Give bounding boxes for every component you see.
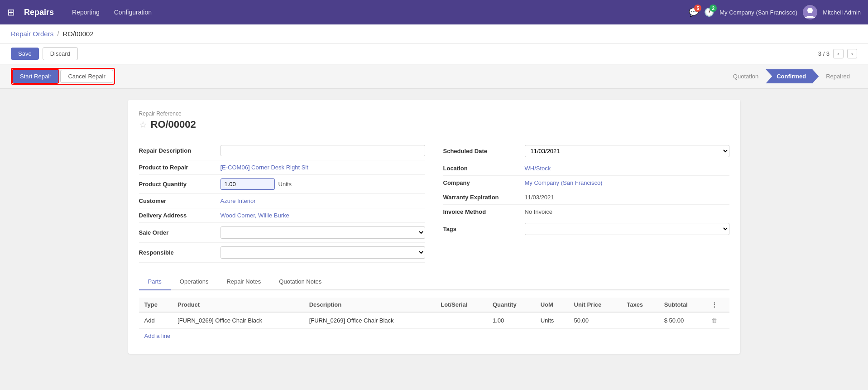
breadcrumb: Repair Orders / RO/00002 [0, 24, 868, 43]
label-product-quantity: Product Quantity [139, 181, 221, 188]
tab-parts[interactable]: Parts [139, 274, 171, 290]
label-sale-order: Sale Order [139, 229, 221, 236]
step-repaired[interactable]: Repaired [819, 69, 857, 83]
field-product-quantity: Product Quantity Units [139, 175, 425, 194]
label-invoice-method: Invoice Method [443, 208, 525, 215]
table-row: Add [FURN_0269] Office Chair Black [FURN… [139, 312, 729, 329]
step-confirmed-wrapper: Confirmed [766, 69, 819, 83]
notifications-badge: 5 [694, 5, 701, 12]
nav-reporting[interactable]: Reporting [68, 7, 103, 18]
field-customer: Customer Azure Interior [139, 194, 425, 208]
action-bar: Save Discard 3 / 3 ‹ › [0, 43, 868, 64]
next-button[interactable]: › [847, 49, 857, 58]
field-sale-order: Sale Order [139, 223, 425, 243]
repair-id: RO/00002 [151, 119, 196, 130]
field-scheduled-date: Scheduled Date 11/03/2021 [443, 141, 729, 161]
field-repair-description: Repair Description [139, 141, 425, 160]
step-quotation[interactable]: Quotation [726, 69, 766, 83]
pagination-count: 3 / 3 [818, 50, 830, 57]
select-scheduled-date[interactable]: 11/03/2021 [525, 145, 729, 157]
value-location[interactable]: WH/Stock [525, 165, 729, 172]
col-type: Type [139, 298, 173, 312]
tab-quotation-notes[interactable]: Quotation Notes [270, 274, 331, 290]
status-bar: Start Repair Cancel Repair Quotation Con… [0, 64, 868, 89]
value-customer[interactable]: Azure Interior [221, 197, 425, 204]
repair-reference-label: Repair Reference [139, 111, 729, 117]
cell-subtotal: $ 50.00 [659, 312, 706, 329]
save-button[interactable]: Save [11, 48, 39, 60]
select-responsible[interactable] [221, 246, 425, 259]
repair-title: ☆ RO/00002 [139, 119, 729, 130]
value-company[interactable]: My Company (San Francisco) [525, 179, 729, 186]
app-grid-icon[interactable]: ⊞ [7, 7, 15, 18]
form-right-column: Scheduled Date 11/03/2021 Location WH/St… [443, 141, 729, 263]
nav-icons-group: 💬 5 🕐 2 My Company (San Francisco) Mitch… [689, 5, 861, 19]
label-delivery-address: Delivery Address [139, 212, 221, 219]
label-responsible: Responsible [139, 249, 221, 256]
input-product-quantity[interactable] [221, 178, 275, 190]
field-tags: Tags [443, 219, 729, 239]
select-sale-order[interactable] [221, 226, 425, 239]
pagination: 3 / 3 ‹ › [818, 49, 857, 58]
field-responsible: Responsible [139, 243, 425, 263]
form-left-column: Repair Description Product to Repair [E-… [139, 141, 425, 263]
nav-configuration[interactable]: Configuration [110, 7, 155, 18]
col-uom: UoM [535, 298, 569, 312]
select-tags[interactable] [525, 223, 729, 235]
col-taxes: Taxes [621, 298, 659, 312]
add-line-button[interactable]: Add a line [139, 329, 729, 343]
label-location: Location [443, 165, 525, 172]
form-fields-grid: Repair Description Product to Repair [E-… [139, 141, 729, 263]
value-delivery-address[interactable]: Wood Corner, Willie Burke [221, 212, 425, 219]
col-subtotal: Subtotal [659, 298, 706, 312]
breadcrumb-current: RO/00002 [62, 30, 93, 38]
field-warranty-expiration: Warranty Expiration 11/03/2021 [443, 190, 729, 205]
discard-button[interactable]: Discard [43, 47, 78, 60]
cell-uom: Units [535, 312, 569, 329]
user-avatar[interactable] [803, 5, 817, 19]
label-product-to-repair: Product to Repair [139, 164, 221, 171]
messages-badge: 2 [710, 5, 717, 12]
field-location: Location WH/Stock [443, 161, 729, 176]
cell-lot-serial [435, 312, 487, 329]
value-product-to-repair[interactable]: [E-COM06] Corner Desk Right Sit [221, 164, 425, 171]
col-product: Product [172, 298, 304, 312]
input-repair-description[interactable] [221, 145, 425, 156]
label-scheduled-date: Scheduled Date [443, 148, 525, 154]
label-warranty-expiration: Warranty Expiration [443, 194, 525, 201]
prev-button[interactable]: ‹ [833, 49, 843, 58]
label-tags: Tags [443, 226, 525, 232]
cell-delete-icon[interactable]: 🗑 [706, 312, 729, 329]
start-repair-button[interactable]: Start Repair [13, 70, 58, 83]
col-unit-price: Unit Price [569, 298, 622, 312]
tab-repair-notes[interactable]: Repair Notes [217, 274, 270, 290]
col-quantity: Quantity [487, 298, 535, 312]
cell-description: [FURN_0269] Office Chair Black [304, 312, 436, 329]
breadcrumb-parent[interactable]: Repair Orders [11, 30, 53, 38]
company-name: My Company (San Francisco) [719, 9, 797, 16]
cell-taxes [621, 312, 659, 329]
tabs-bar: Parts Operations Repair Notes Quotation … [139, 274, 729, 290]
repair-form-card: Repair Reference ☆ RO/00002 Repair Descr… [128, 100, 740, 354]
breadcrumb-separator: / [57, 30, 59, 38]
col-lot-serial: Lot/Serial [435, 298, 487, 312]
label-company: Company [443, 179, 525, 186]
cancel-repair-button[interactable]: Cancel Repair [60, 70, 113, 83]
user-name: Mitchell Admin [823, 9, 861, 16]
value-invoice-method: No Invoice [525, 208, 729, 215]
tab-operations[interactable]: Operations [171, 274, 218, 290]
cell-unit-price: 50.00 [569, 312, 622, 329]
value-warranty-expiration: 11/03/2021 [525, 194, 729, 201]
field-product-to-repair: Product to Repair [E-COM06] Corner Desk … [139, 160, 425, 175]
messages-icon[interactable]: 🕐 2 [704, 7, 714, 17]
top-navigation: ⊞ Repairs Reporting Configuration 💬 5 🕐 … [0, 0, 868, 24]
parts-table: Type Product Description Lot/Serial Quan… [139, 298, 729, 329]
favorite-star-icon[interactable]: ☆ [139, 119, 147, 130]
field-company: Company My Company (San Francisco) [443, 176, 729, 190]
status-steps: Quotation Confirmed Repaired [726, 69, 857, 83]
cell-type: Add [139, 312, 173, 329]
step-confirmed[interactable]: Confirmed [766, 69, 819, 83]
notifications-icon[interactable]: 💬 5 [689, 7, 699, 17]
label-repair-description: Repair Description [139, 147, 221, 154]
main-content: Repair Reference ☆ RO/00002 Repair Descr… [117, 89, 751, 365]
